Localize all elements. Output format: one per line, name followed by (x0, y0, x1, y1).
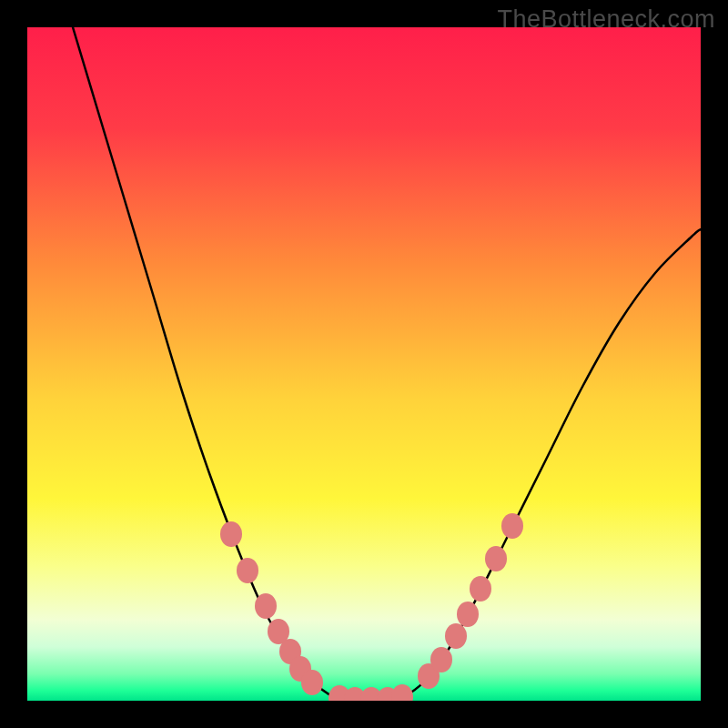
marker-dot (445, 623, 467, 649)
chart-container: TheBottleneck.com (0, 0, 728, 728)
watermark-text: TheBottleneck.com (497, 5, 715, 34)
plot-area (27, 27, 701, 701)
marker-dot (301, 670, 323, 695)
marker-dot (470, 576, 491, 602)
marker-dot (457, 602, 479, 627)
marker-dot (430, 647, 452, 672)
marker-dot (485, 546, 507, 571)
marker-dot (255, 593, 277, 619)
marker-dot (501, 513, 523, 539)
gradient-background (27, 27, 701, 701)
marker-dot (220, 521, 242, 547)
marker-dot (237, 558, 258, 583)
chart-svg (27, 27, 701, 701)
